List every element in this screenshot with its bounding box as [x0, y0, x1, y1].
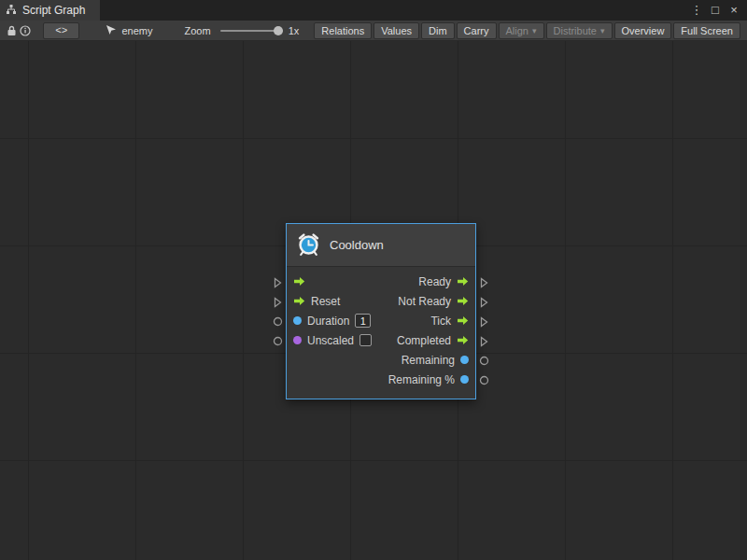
flow-input-port[interactable]: [293, 296, 305, 306]
node-row: Remaining: [287, 350, 475, 370]
window-titlebar: Script Graph ⋮ □ ×: [0, 0, 747, 21]
full-screen-button[interactable]: Full Screen: [673, 22, 740, 39]
node-row: Remaining %: [287, 370, 475, 389]
pointer-icon: [106, 24, 117, 37]
external-value-connector[interactable]: [270, 312, 286, 331]
tab-title: Script Graph: [22, 4, 85, 17]
node-row: Reset Not Ready: [287, 291, 475, 311]
external-flow-connector[interactable]: [476, 273, 492, 292]
external-flow-connector[interactable]: [270, 292, 286, 312]
node-row: Ready: [287, 272, 475, 291]
relations-button[interactable]: Relations: [314, 22, 372, 39]
external-flow-connector[interactable]: [476, 312, 492, 331]
value-input-port[interactable]: [293, 316, 302, 325]
maximize-icon[interactable]: □: [708, 0, 723, 21]
close-icon[interactable]: ×: [726, 0, 741, 21]
external-value-connector[interactable]: [476, 371, 492, 390]
window-controls: ⋮ □ ×: [689, 0, 747, 21]
external-flow-connector[interactable]: [270, 273, 286, 292]
node-body: Ready Reset Not Ready: [287, 267, 475, 399]
align-button[interactable]: Align ▾: [499, 22, 544, 39]
alarm-clock-icon: [296, 231, 321, 259]
zoom-label: Zoom: [185, 25, 211, 36]
port-label: Ready: [418, 275, 451, 288]
chevron-down-icon: ▾: [600, 26, 605, 35]
lock-icon[interactable]: [5, 22, 19, 39]
external-flow-connector[interactable]: [476, 292, 492, 312]
distribute-label: Distribute: [554, 25, 597, 36]
port-label: Reset: [311, 295, 340, 308]
values-button[interactable]: Values: [374, 22, 419, 39]
external-flow-connector[interactable]: [476, 331, 492, 351]
cooldown-node-group: Cooldown Ready: [270, 223, 492, 399]
node-row: Unscaled Completed: [287, 330, 475, 350]
unscaled-checkbox[interactable]: [359, 334, 372, 346]
info-icon[interactable]: [19, 22, 33, 39]
flow-output-port[interactable]: [457, 276, 469, 287]
overview-button[interactable]: Overview: [614, 22, 672, 39]
port-label: Not Ready: [398, 295, 451, 308]
port-label: Duration: [307, 315, 349, 328]
value-output-port[interactable]: [460, 375, 469, 384]
node-row: Duration 1 Tick: [287, 311, 475, 330]
distribute-button[interactable]: Distribute ▾: [546, 22, 613, 39]
port-label: Remaining: [402, 354, 455, 367]
zoom-value: 1x: [289, 25, 300, 36]
chevron-down-icon: ▾: [532, 26, 537, 35]
code-view-button[interactable]: <>: [43, 22, 79, 39]
script-graph-icon: [6, 4, 17, 18]
flow-output-port[interactable]: [457, 315, 469, 326]
external-value-connector[interactable]: [476, 351, 492, 371]
value-input-port[interactable]: [293, 336, 302, 344]
flow-output-port[interactable]: [457, 335, 469, 345]
port-label: Completed: [397, 334, 451, 347]
node-title: Cooldown: [330, 238, 384, 252]
tab-script-graph[interactable]: Script Graph: [0, 0, 100, 21]
flow-output-port[interactable]: [457, 296, 469, 306]
zoom-slider[interactable]: [220, 25, 283, 36]
port-label: Unscaled: [307, 334, 354, 347]
duration-field[interactable]: 1: [355, 314, 371, 328]
node-header[interactable]: Cooldown: [287, 224, 475, 267]
zoom-slider-handle[interactable]: [274, 26, 283, 35]
port-label: Remaining %: [388, 373, 455, 386]
external-output-connectors: [476, 223, 492, 390]
align-label: Align: [506, 25, 529, 36]
dim-button[interactable]: Dim: [421, 22, 455, 39]
graph-toolbar: <> enemy Zoom 1x Relations Values Dim Ca…: [0, 21, 747, 41]
target-name: enemy: [121, 25, 152, 36]
graph-target[interactable]: enemy: [106, 24, 152, 37]
external-input-connectors: [270, 223, 286, 351]
kebab-menu-icon[interactable]: ⋮: [689, 0, 704, 21]
cooldown-node[interactable]: Cooldown Ready: [286, 223, 476, 399]
port-label: Tick: [430, 315, 451, 328]
value-output-port[interactable]: [460, 356, 469, 364]
external-value-connector[interactable]: [270, 331, 286, 351]
flow-input-port[interactable]: [293, 276, 305, 287]
graph-canvas[interactable]: Cooldown Ready: [0, 41, 747, 560]
carry-button[interactable]: Carry: [457, 22, 497, 39]
